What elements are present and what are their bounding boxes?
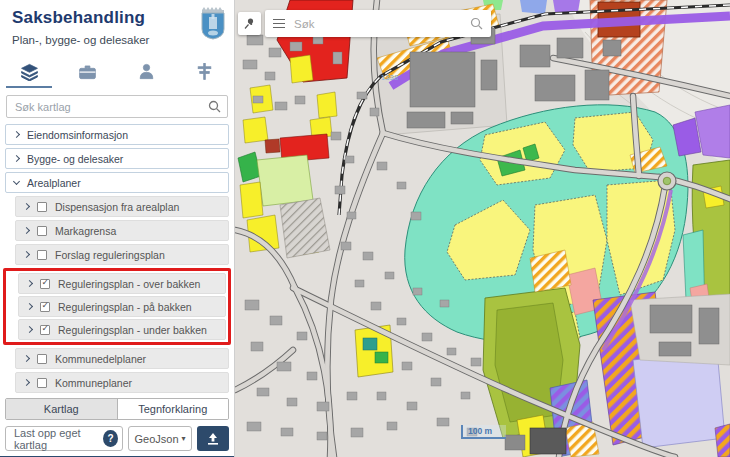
- map-pin-button[interactable]: [238, 12, 261, 35]
- layer-checkbox[interactable]: [37, 226, 47, 236]
- menu-icon[interactable]: [273, 19, 285, 29]
- application-window: Saksbehandling Plan-, bygge- og delesake…: [0, 0, 730, 457]
- layer-reguleringsplan-under-bakken[interactable]: Reguleringsplan - under bakken: [18, 319, 226, 340]
- layer-dispensasjon-fra-arealplan[interactable]: Dispensasjon fra arealplan: [15, 196, 229, 217]
- layer-kommuneplaner[interactable]: Kommuneplaner: [15, 372, 229, 393]
- layer-label: Dispensasjon fra arealplan: [55, 201, 179, 213]
- sidebar: Saksbehandling Plan-, bygge- og delesake…: [0, 0, 235, 457]
- layer-reguleringsplan-pa-bakken[interactable]: Reguleringsplan - på bakken: [18, 296, 226, 317]
- signpost-icon: [195, 62, 214, 81]
- layer-panel: Eiendomsinformasjon Bygge- og delesaker …: [0, 124, 234, 396]
- layer-label: Kommunedelplaner: [55, 353, 146, 365]
- app-subtitle: Plan-, bygge- og delesaker: [12, 34, 226, 46]
- bottom-tab-bar: Kartlag Tegnforklaring: [5, 398, 229, 420]
- section-label: Bygge- og delesaker: [27, 153, 123, 165]
- tab-map-layers[interactable]: [0, 54, 59, 88]
- layer-reguleringsplan-over-bakken[interactable]: Reguleringsplan - over bakken: [18, 273, 226, 294]
- layer-label: Kommuneplaner: [55, 377, 132, 389]
- upload-button[interactable]: [197, 426, 229, 451]
- chevron-right-icon: [23, 355, 30, 362]
- chevron-right-icon: [23, 203, 30, 210]
- layer-checkbox[interactable]: [37, 250, 47, 260]
- chevron-right-icon: [23, 251, 30, 258]
- upload-label: Last opp eget kartlag: [14, 427, 103, 451]
- app-title: Saksbehandling: [12, 8, 226, 28]
- layer-label: Reguleringsplan - over bakken: [58, 278, 200, 290]
- layer-label: Markagrensa: [55, 225, 116, 237]
- layer-checkbox[interactable]: [40, 325, 50, 335]
- format-dropdown[interactable]: GeoJson ▾: [128, 426, 192, 451]
- tab-tegnforklaring[interactable]: Tegnforklaring: [118, 399, 229, 419]
- tab-user[interactable]: [117, 54, 176, 88]
- layer-search-input[interactable]: [6, 95, 228, 118]
- section-label: Arealplaner: [27, 177, 81, 189]
- layer-label: Forslag reguleringsplan: [55, 249, 165, 261]
- section-eiendomsinformasjon[interactable]: Eiendomsinformasjon: [5, 124, 229, 145]
- tab-kartlag[interactable]: Kartlag: [6, 399, 118, 419]
- pushpin-icon: [243, 17, 256, 30]
- user-icon: [137, 62, 156, 81]
- tab-filters[interactable]: [176, 54, 235, 88]
- layer-label: Reguleringsplan - under bakken: [58, 324, 207, 336]
- chevron-right-icon: [23, 379, 30, 386]
- layer-checkbox[interactable]: [37, 378, 47, 388]
- plan-id-label: 1338: [381, 74, 399, 81]
- chevron-right-icon: [13, 155, 20, 162]
- layers-icon: [20, 62, 39, 81]
- upload-own-layer[interactable]: Last opp eget kartlag ?: [5, 426, 123, 451]
- chevron-right-icon: [26, 303, 33, 310]
- search-icon: [208, 100, 221, 113]
- sidebar-header: Saksbehandling Plan-, bygge- og delesake…: [0, 0, 234, 52]
- map-container[interactable]: 1338 100 m: [235, 0, 730, 457]
- chevron-down-icon: ▾: [182, 434, 186, 443]
- section-label: Eiendomsinformasjon: [27, 129, 128, 141]
- sidebar-nav-tabs: [0, 54, 234, 88]
- layer-checkbox[interactable]: [37, 202, 47, 212]
- map-search-bar: [265, 10, 491, 37]
- layer-checkbox[interactable]: [40, 302, 50, 312]
- tab-cases[interactable]: [59, 54, 118, 88]
- map-search-input[interactable]: [294, 18, 461, 30]
- section-bygge-og-delesaker[interactable]: Bygge- og delesaker: [5, 148, 229, 169]
- municipality-coat-of-arms-logo: [200, 4, 226, 40]
- chevron-down-icon: [13, 178, 20, 185]
- chevron-right-icon: [26, 326, 33, 333]
- briefcase-icon: [78, 62, 97, 81]
- layer-forslag-reguleringsplan[interactable]: Forslag reguleringsplan: [15, 244, 229, 265]
- layer-markagrensa[interactable]: Markagrensa: [15, 220, 229, 241]
- upload-row: Last opp eget kartlag ? GeoJson ▾: [5, 426, 229, 451]
- section-arealplaner[interactable]: Arealplaner: [5, 172, 229, 193]
- help-button[interactable]: ?: [103, 430, 118, 447]
- chevron-right-icon: [13, 131, 20, 138]
- chevron-right-icon: [26, 280, 33, 287]
- layer-kommunedelplaner[interactable]: Kommunedelplaner: [15, 348, 229, 369]
- format-value: GeoJson: [134, 433, 178, 445]
- layer-checkbox[interactable]: [37, 354, 47, 364]
- layer-search: [6, 95, 228, 118]
- map-scale-bar: 100 m: [461, 425, 506, 439]
- layer-label: Reguleringsplan - på bakken: [58, 301, 192, 313]
- highlight-annotation-box: Reguleringsplan - over bakken Regulering…: [3, 268, 231, 345]
- search-icon[interactable]: [470, 17, 483, 30]
- map-canvas[interactable]: [235, 0, 730, 457]
- upload-icon: [206, 432, 220, 446]
- chevron-right-icon: [23, 227, 30, 234]
- layer-checkbox[interactable]: [40, 279, 50, 289]
